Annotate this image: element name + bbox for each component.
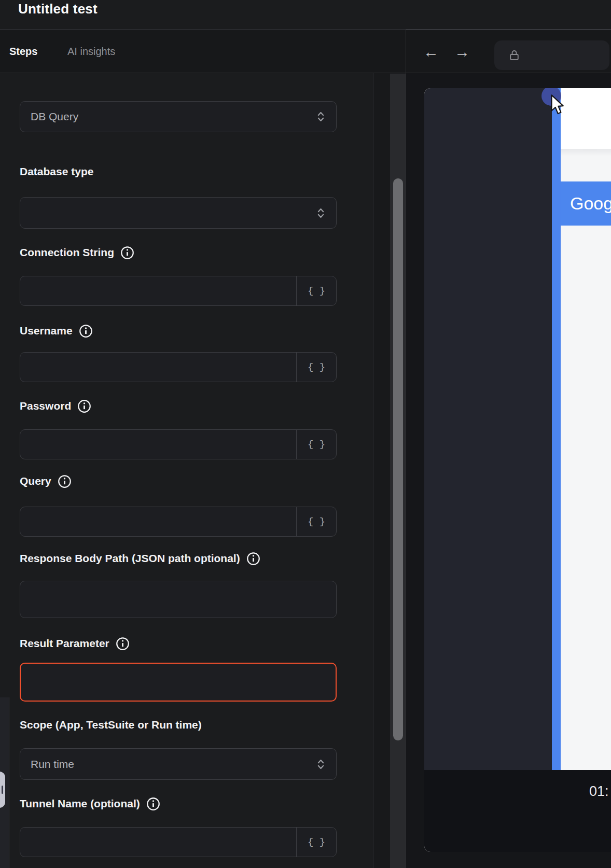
response-body-path-label: Response Body Path (JSON path optional) — [20, 550, 260, 567]
username-input[interactable] — [20, 353, 296, 382]
response-body-path-input[interactable] — [20, 581, 336, 618]
insert-variable-button[interactable]: { } — [296, 353, 336, 382]
connection-string-input[interactable] — [20, 276, 296, 305]
page-title: Untitled test — [18, 1, 98, 17]
browser-preview-panel: ← → Goog 01: — [406, 30, 611, 868]
info-icon[interactable] — [246, 552, 260, 566]
step-settings-panel: DB Query Database type Connection String… — [0, 73, 373, 868]
username-field: { } — [20, 352, 337, 382]
preview-page-dark-region — [424, 88, 552, 770]
scrollbar-thumb[interactable] — [393, 178, 403, 740]
app-window: Untitled test Steps AI insights DB Query… — [0, 0, 611, 868]
panel-gutter — [373, 73, 406, 868]
lock-icon — [508, 49, 521, 62]
result-parameter-input[interactable] — [21, 664, 336, 701]
preview-page-content: Goog — [561, 88, 611, 770]
app-header: Untitled test — [0, 0, 611, 30]
result-parameter-label: Result Parameter — [20, 635, 130, 652]
query-input[interactable] — [20, 507, 296, 536]
preview-gray-section — [561, 149, 611, 181]
info-icon[interactable] — [120, 246, 134, 260]
step-type-value: DB Query — [20, 110, 78, 123]
timer-text: 01: — [589, 783, 609, 800]
info-icon[interactable] — [58, 474, 72, 488]
preview-accent-stripe — [552, 88, 561, 770]
tab-ai-insights[interactable]: AI insights — [67, 30, 115, 73]
cursor-icon — [550, 94, 565, 115]
info-icon[interactable] — [77, 399, 91, 413]
query-label: Query — [20, 472, 72, 490]
browser-toolbar: ← → — [406, 30, 611, 73]
insert-variable-button[interactable]: { } — [296, 276, 336, 305]
tab-steps[interactable]: Steps — [9, 30, 37, 73]
forward-icon[interactable]: → — [454, 30, 470, 74]
preview-timeline-bar: 01: — [424, 770, 611, 852]
scrollbar-track[interactable] — [390, 74, 406, 868]
tab-bar: Steps AI insights — [0, 30, 406, 73]
step-type-select[interactable]: DB Query — [20, 101, 337, 132]
username-label: Username — [20, 322, 93, 340]
chevron-updown-icon — [317, 111, 325, 123]
tunnel-name-label: Tunnel Name (optional) — [20, 795, 160, 813]
password-label: Password — [20, 397, 91, 415]
chevron-updown-icon — [317, 207, 325, 219]
database-type-select[interactable] — [20, 197, 337, 229]
back-icon[interactable]: ← — [423, 30, 439, 74]
insert-variable-button[interactable]: { } — [296, 430, 336, 459]
password-input[interactable] — [20, 430, 296, 459]
preview-white-section — [561, 88, 611, 149]
preview-google-button-label: Goog — [570, 193, 611, 214]
info-icon[interactable] — [116, 637, 130, 651]
tunnel-name-input[interactable] — [20, 828, 296, 857]
tunnel-name-field: { } — [20, 827, 337, 857]
connection-string-field: { } — [20, 276, 337, 306]
preview-google-button[interactable]: Goog — [561, 181, 611, 226]
insert-variable-button[interactable]: { } — [296, 507, 336, 536]
query-field: { } — [20, 507, 337, 537]
password-field: { } — [20, 429, 337, 459]
chevron-updown-icon — [317, 758, 325, 770]
drawer-handle[interactable] — [0, 772, 5, 808]
address-bar[interactable] — [494, 40, 609, 70]
info-icon[interactable] — [79, 324, 93, 338]
connection-string-label: Connection String — [20, 244, 134, 261]
response-body-path-field — [20, 581, 337, 618]
result-parameter-field — [20, 663, 337, 702]
scope-select[interactable]: Run time — [20, 748, 337, 780]
insert-variable-button[interactable]: { } — [296, 828, 336, 857]
preview-lower-section — [561, 226, 611, 770]
scope-value: Run time — [20, 758, 74, 771]
scope-label: Scope (App, TestSuite or Run time) — [20, 716, 202, 734]
info-icon[interactable] — [146, 797, 160, 811]
preview-viewport[interactable]: Goog 01: — [424, 88, 611, 852]
database-type-label: Database type — [20, 163, 93, 180]
